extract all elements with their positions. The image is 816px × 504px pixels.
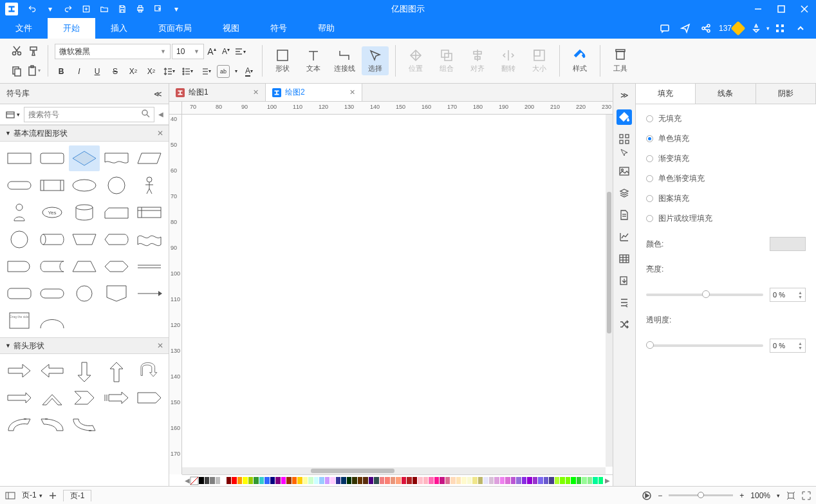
color-swatch[interactable] (456, 477, 461, 484)
color-swatch[interactable] (533, 477, 538, 484)
color-swatch[interactable] (336, 477, 341, 484)
color-swatch[interactable] (330, 477, 335, 484)
color-swatch[interactable] (363, 477, 368, 484)
color-swatch[interactable] (527, 477, 532, 484)
color-swatch[interactable] (221, 477, 226, 484)
style-tool[interactable]: 样式 (566, 46, 593, 75)
color-swatch[interactable] (560, 477, 565, 484)
rt-shuffle-icon[interactable] (617, 317, 632, 332)
library-picker[interactable]: ▾ (5, 110, 20, 119)
shape-circle[interactable] (101, 173, 132, 198)
save-button[interactable] (113, 0, 131, 18)
color-swatch[interactable] (270, 477, 275, 484)
rt-export-icon[interactable] (617, 273, 632, 288)
expand-right-panel[interactable]: ≫ (613, 88, 635, 103)
color-swatch[interactable] (418, 477, 423, 484)
apps-icon[interactable] (770, 24, 790, 33)
color-swatch[interactable] (292, 477, 297, 484)
color-swatch[interactable] (413, 477, 418, 484)
shape-stored-data[interactable] (36, 254, 67, 279)
paste-button[interactable]: ▾ (26, 63, 41, 79)
shape-stadium[interactable] (36, 281, 67, 306)
color-picker[interactable] (770, 237, 806, 251)
arrow-swoosh2[interactable] (36, 412, 67, 438)
font-shrink[interactable]: A▾ (219, 45, 232, 58)
arrow-down[interactable] (69, 358, 100, 384)
shape-rounded-rect2[interactable] (4, 281, 35, 306)
shape-double-line[interactable] (134, 254, 165, 279)
color-swatch[interactable] (314, 477, 319, 484)
color-swatch[interactable] (577, 477, 582, 484)
bullets[interactable]: ▾ (181, 65, 194, 78)
zoom-in[interactable]: + (739, 491, 744, 500)
fill-gradient[interactable]: 渐变填充 (646, 153, 806, 164)
shape-yes[interactable]: Yes (36, 200, 67, 225)
shape-person[interactable] (134, 173, 165, 198)
vertical-scrollbar[interactable] (606, 115, 613, 467)
font-color[interactable]: A▾ (243, 65, 255, 78)
color-swatch[interactable] (341, 477, 346, 484)
transparency-slider[interactable] (646, 344, 763, 347)
bold-button[interactable]: B (55, 65, 68, 78)
color-swatch[interactable] (582, 477, 587, 484)
arrow-chevron-up[interactable] (36, 385, 67, 411)
color-swatch[interactable] (297, 477, 302, 484)
color-swatch[interactable] (303, 477, 308, 484)
strike-button[interactable]: S (109, 65, 122, 78)
arrow-wide[interactable] (4, 385, 35, 411)
color-swatch[interactable] (374, 477, 379, 484)
color-swatch[interactable] (391, 477, 396, 484)
color-swatch[interactable] (511, 477, 516, 484)
library-prev[interactable]: ◀ (158, 111, 163, 118)
menu-layout[interactable]: 页面布局 (143, 18, 207, 39)
color-swatch[interactable] (423, 477, 429, 484)
color-swatch[interactable] (205, 477, 210, 484)
no-color-icon[interactable] (190, 477, 198, 485)
color-swatch[interactable] (308, 477, 313, 484)
shape-predefined[interactable] (36, 173, 67, 198)
color-swatch[interactable] (522, 477, 527, 484)
color-swatch[interactable] (259, 477, 264, 484)
copy-button[interactable] (9, 63, 24, 79)
collapse-left-panel[interactable]: ≪ (154, 89, 162, 98)
shape-offpage[interactable] (101, 281, 132, 306)
palette-next[interactable]: ▶ (605, 477, 610, 484)
cut-button[interactable] (9, 43, 24, 59)
color-swatch[interactable] (407, 477, 412, 484)
line-spacing[interactable]: ▾ (163, 65, 176, 78)
shape-data[interactable] (134, 145, 165, 171)
color-swatch[interactable] (593, 477, 598, 484)
subscript-button[interactable]: X2 (145, 65, 158, 78)
color-swatch[interactable] (232, 477, 237, 484)
color-swatch[interactable] (467, 477, 472, 484)
color-swatch[interactable] (483, 477, 488, 484)
color-swatch[interactable] (199, 477, 204, 484)
minimize-button[interactable] (746, 0, 770, 18)
add-page[interactable] (49, 492, 57, 499)
color-swatch[interactable] (264, 477, 270, 484)
color-swatch[interactable] (227, 477, 232, 484)
arrow-chevron-right[interactable] (69, 385, 100, 411)
rt-image-icon[interactable] (617, 163, 632, 179)
color-swatch[interactable] (358, 477, 363, 484)
color-swatch[interactable] (555, 477, 560, 484)
color-swatch[interactable] (549, 477, 554, 484)
share-icon[interactable] (696, 23, 716, 33)
color-swatch[interactable] (237, 477, 243, 484)
undo-button[interactable] (23, 0, 41, 18)
menu-start[interactable]: 开始 (48, 18, 95, 39)
shape-hexagon[interactable] (101, 254, 132, 279)
category-basic-flowchart[interactable]: ▼基本流程图形状✕ (0, 125, 169, 142)
color-swatch[interactable] (478, 477, 483, 484)
underline-button[interactable]: U (91, 65, 104, 78)
color-swatch[interactable] (440, 477, 445, 484)
shape-ellipse[interactable] (69, 173, 100, 198)
close-tab-icon[interactable]: ✕ (253, 88, 259, 97)
search-icon[interactable] (141, 109, 150, 120)
fill-solid[interactable]: 单色填充 (646, 133, 806, 144)
color-swatch[interactable] (243, 477, 248, 484)
rt-indent-icon[interactable] (617, 295, 632, 310)
shape-tape[interactable] (134, 227, 165, 252)
color-swatch[interactable] (500, 477, 505, 484)
numbering[interactable]: ▾ (199, 65, 212, 78)
